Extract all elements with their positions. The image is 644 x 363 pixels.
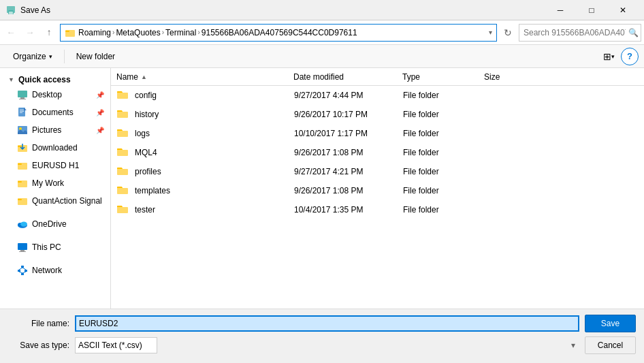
file-type-cell: File folder [403,186,485,195]
documents-pin: 📌 [96,109,104,116]
breadcrumb-roaming[interactable]: Roaming [78,28,111,37]
table-row[interactable]: tester 10/4/2017 1:35 PM File folder [111,200,644,219]
col-header-size[interactable]: Size [484,72,538,82]
search-icon: 🔍 [628,28,639,37]
sidebar-item-downloaded[interactable]: Downloaded [0,139,110,157]
network-label: Network [32,266,104,275]
search-box[interactable]: 🔍 [519,24,641,42]
svg-line-34 [19,272,22,273]
table-row[interactable]: history 9/26/2017 10:17 PM File folder [111,105,644,124]
table-row[interactable]: profiles 9/27/2017 4:21 PM File folder [111,162,644,181]
file-name-input[interactable] [75,315,579,332]
thispc-icon [17,242,28,253]
view-button[interactable]: ⊞ ▾ [599,48,618,65]
col-header-date[interactable]: Date modified [293,72,402,82]
quick-access-header[interactable]: ▼ Quick access [0,71,110,86]
svg-line-33 [22,268,26,270]
save-button[interactable]: Save [585,315,636,332]
mywork-icon [17,178,28,189]
search-input[interactable] [524,28,626,37]
sort-arrow: ▲ [141,74,147,80]
mywork-label: My Work [32,178,104,188]
sidebar-item-thispc[interactable]: This PC [0,238,110,256]
desktop-icon [17,89,28,100]
table-row[interactable]: templates 9/26/2017 1:08 PM File folder [111,181,644,200]
pictures-icon [17,125,28,136]
new-folder-label: New folder [76,52,115,61]
col-header-type[interactable]: Type [402,72,484,82]
file-name-cell: tester [117,204,294,215]
svg-rect-5 [18,91,27,97]
sidebar: ▼ Quick access Desktop 📌 [0,68,111,309]
breadcrumb-metaquotes[interactable]: MetaQuotes [116,28,160,37]
svg-rect-29 [18,270,20,272]
view-dropdown-icon: ▾ [611,53,615,60]
new-folder-button[interactable]: New folder [69,48,123,65]
sidebar-item-desktop[interactable]: Desktop 📌 [0,86,110,104]
desktop-pin: 📌 [96,91,104,99]
downloaded-label: Downloaded [32,143,104,153]
eurusdh1-icon [17,160,28,171]
close-button[interactable]: ✕ [607,0,639,20]
col-header-name[interactable]: Name ▲ [116,72,293,82]
toolbar: Organize ▾ New folder ⊞ ▾ ? [0,45,644,68]
sidebar-divider-1 [0,210,110,215]
file-date-cell: 10/10/2017 1:17 PM [294,129,403,138]
folder-icon [65,27,76,38]
organize-button[interactable]: Organize ▾ [5,48,60,65]
downloaded-icon [17,142,28,153]
maximize-button[interactable]: □ [576,0,607,20]
breadcrumb-sep-1: › [112,29,114,36]
file-type-cell: File folder [403,110,485,119]
sidebar-item-network[interactable]: Network [0,262,110,279]
svg-rect-4 [65,31,69,32]
folder-icon [117,128,128,139]
documents-label: Documents [32,108,92,117]
help-button[interactable]: ? [621,48,639,65]
organize-label: Organize [13,52,46,61]
breadcrumb-guid[interactable]: 915566BA06ADA407569C544CC0D97611 [202,28,357,37]
file-name-cell: MQL4 [117,147,294,158]
file-date-cell: 9/27/2017 4:44 PM [294,91,403,100]
svg-point-24 [20,222,27,227]
table-row[interactable]: config 9/27/2017 4:44 PM File folder [111,86,644,105]
svg-rect-31 [21,273,24,275]
table-row[interactable]: MQL4 9/26/2017 1:08 PM File folder [111,143,644,162]
breadcrumb-terminal[interactable]: Terminal [165,28,196,37]
onedrive-label: OneDrive [32,219,104,229]
folder-icon [117,90,128,101]
sidebar-item-mywork[interactable]: My Work [0,174,110,192]
network-icon [17,265,28,276]
organize-dropdown-icon: ▾ [49,53,52,60]
thispc-label: This PC [32,242,104,252]
minimize-button[interactable]: ─ [545,0,576,20]
address-box[interactable]: Roaming › MetaQuotes › Terminal › 915566… [60,24,497,42]
sidebar-item-eurusdh1[interactable]: EURUSD H1 [0,157,110,174]
up-button[interactable]: ↑ [41,25,57,41]
eurusdh1-label: EURUSD H1 [32,161,104,170]
sidebar-item-pictures[interactable]: Pictures 📌 [0,121,110,139]
svg-rect-28 [21,266,24,268]
svg-line-32 [19,268,22,270]
svg-line-35 [22,272,26,273]
refresh-button[interactable]: ↻ [500,25,516,41]
address-bar: ← → ↑ Roaming › MetaQuotes › Terminal › … [0,20,644,45]
title-bar-title: Save As [20,5,545,15]
back-button[interactable]: ← [3,25,19,41]
title-bar-icon [5,5,16,16]
quick-access-label: Quick access [18,75,71,84]
breadcrumb-sep-3: › [197,29,199,36]
title-bar: Save As ─ □ ✕ [0,0,644,20]
file-type-select[interactable]: ASCII Text (*.csv) [75,337,157,353]
cancel-button[interactable]: Cancel [585,336,636,354]
forward-button[interactable]: → [22,25,38,41]
folder-icon [117,109,128,120]
table-row[interactable]: logs 10/10/2017 1:17 PM File folder [111,124,644,143]
svg-rect-30 [25,270,27,272]
file-name-cell: logs [117,128,294,139]
sidebar-item-quantaction[interactable]: QuantAction Signal [0,192,110,210]
sidebar-item-onedrive[interactable]: OneDrive [0,215,110,233]
onedrive-icon [17,219,28,230]
address-dropdown-icon[interactable]: ▾ [489,29,492,36]
sidebar-item-documents[interactable]: Documents 📌 [0,104,110,121]
